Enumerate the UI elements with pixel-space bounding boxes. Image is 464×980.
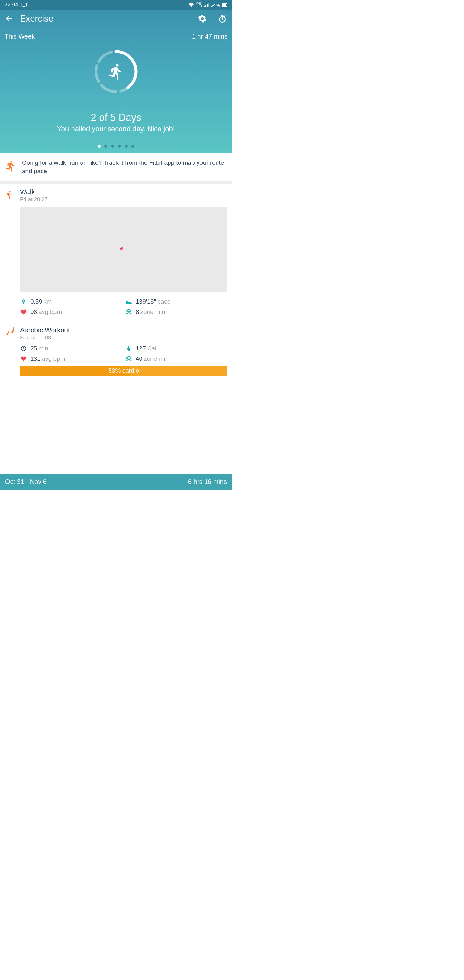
zone-icon <box>126 355 132 362</box>
cardio-label: 53% cardio <box>108 367 139 374</box>
stat-zone: 40zone min <box>126 355 227 362</box>
week-total: 1 hr 47 mins <box>192 33 227 40</box>
hero-panel: Exercise This Week 1 hr 47 mins 2 of 5 D… <box>0 10 232 153</box>
flame-icon <box>126 345 132 352</box>
dot[interactable] <box>132 145 134 148</box>
zone-icon <box>126 309 132 316</box>
stat-heartrate: 131avg bpm <box>20 355 122 362</box>
route-trace <box>119 247 123 250</box>
stat-calories: 127Cal <box>126 345 227 352</box>
exercise-title: Aerobic Workout <box>20 326 70 334</box>
heart-icon <box>20 355 27 362</box>
tracking-tip[interactable]: Going for a walk, run or hike? Track it … <box>0 153 232 184</box>
exercise-walk[interactable]: Walk Fri at 20:27 0.59km 139'18"pace 96a… <box>0 184 232 322</box>
svg-rect-0 <box>21 3 26 6</box>
back-button[interactable] <box>5 14 14 23</box>
running-icon <box>5 159 17 173</box>
week-label: This Week <box>5 33 35 40</box>
page-dots[interactable] <box>0 145 232 148</box>
dot[interactable] <box>111 145 114 148</box>
footer-total: 6 hrs 16 mins <box>188 478 227 485</box>
stat-distance: 0.59km <box>20 298 122 305</box>
aerobic-icon <box>5 326 16 341</box>
dot[interactable] <box>104 145 107 148</box>
battery-icon <box>222 3 227 7</box>
cast-icon <box>21 3 27 7</box>
dot[interactable] <box>125 145 128 148</box>
wifi-icon <box>189 3 194 7</box>
dot[interactable] <box>118 145 121 148</box>
status-time: 22:04 <box>5 2 18 8</box>
tip-text: Going for a walk, run or hike? Track it … <box>22 159 227 175</box>
clock-icon <box>20 345 27 352</box>
exercise-title: Walk <box>20 188 48 196</box>
cardio-bar: 53% cardio <box>20 366 227 376</box>
signal-icon <box>204 3 209 7</box>
footer-summary[interactable]: Oct 31 - Nov 6 6 hrs 16 mins <box>0 474 232 490</box>
heart-icon <box>20 309 27 316</box>
svg-rect-4 <box>222 15 222 16</box>
svg-rect-1 <box>22 6 25 7</box>
volte-label: Vo))LTE1 <box>195 2 202 8</box>
settings-button[interactable] <box>197 14 208 24</box>
footer-range: Oct 31 - Nov 6 <box>5 478 47 485</box>
stopwatch-button[interactable] <box>217 14 227 24</box>
progress-ring[interactable] <box>92 48 140 96</box>
battery-pct: 64% <box>210 2 220 8</box>
progress-message: You nailed your second day. Nice job! <box>6 125 226 133</box>
status-bar: 22:04 Vo))LTE1 64% <box>0 0 232 10</box>
exercise-aerobic[interactable]: Aerobic Workout Sun at 10:03 25min 127Ca… <box>0 322 232 380</box>
stat-pace: 139'18"pace <box>126 298 227 305</box>
stat-zone: 8zone min <box>126 309 227 316</box>
pin-icon <box>20 298 27 305</box>
stat-duration: 25min <box>20 345 122 352</box>
shoe-icon <box>126 298 132 305</box>
stat-heartrate: 96avg bpm <box>20 309 122 316</box>
dot[interactable] <box>98 145 100 148</box>
running-icon <box>107 62 125 81</box>
route-map[interactable] <box>20 207 227 292</box>
svg-point-7 <box>13 327 14 329</box>
days-progress: 2 of 5 Days <box>6 112 226 124</box>
exercise-timestamp: Sun at 10:03 <box>20 335 70 341</box>
exercise-timestamp: Fri at 20:27 <box>20 196 48 203</box>
page-title: Exercise <box>20 14 188 24</box>
walk-icon <box>5 188 16 203</box>
